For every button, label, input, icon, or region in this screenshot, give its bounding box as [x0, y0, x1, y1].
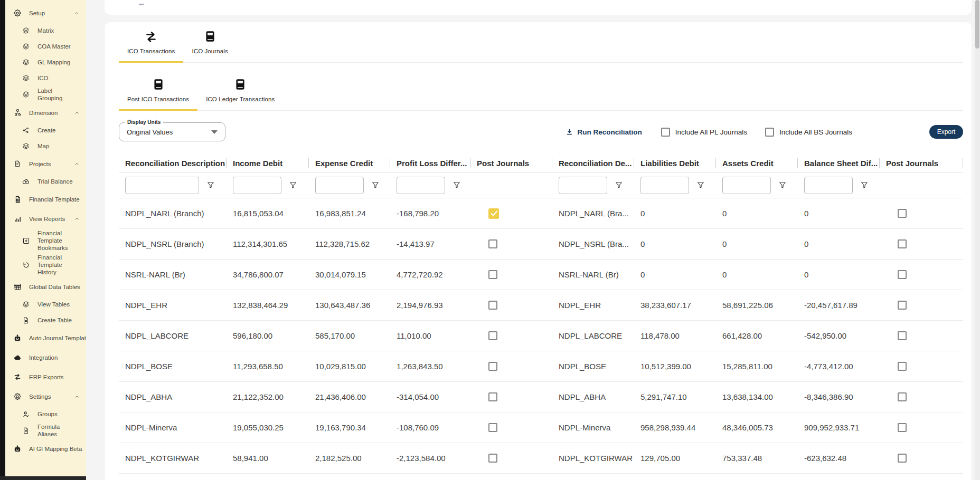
- sidebar-item-label-grouping[interactable]: Label Grouping: [5, 86, 86, 103]
- post-bs-journal-checkbox[interactable]: [898, 423, 907, 432]
- table-row-ndpl-minerva: NDPL-Minerva19,055,030.2519,163,790.34-1…: [119, 412, 963, 443]
- filter-funnel-icon[interactable]: [206, 181, 215, 189]
- filter-funnel-icon[interactable]: [860, 181, 869, 189]
- include-all-bs-journals-checkbox-group[interactable]: Include All BS Journals: [765, 128, 852, 137]
- post-bs-journal-checkbox[interactable]: [898, 331, 907, 340]
- column-header-balance-sheet-dif[interactable]: Balance Sheet Dif...: [798, 154, 880, 172]
- display-units-select[interactable]: Display Units Original Values: [119, 122, 225, 141]
- column-header-assets-credit[interactable]: Assets Credit: [716, 154, 798, 172]
- filter-funnel-icon[interactable]: [615, 181, 623, 189]
- sidebar-item-matrix[interactable]: Matrix: [5, 23, 86, 39]
- post-pl-journal-checkbox[interactable]: [488, 454, 497, 463]
- tab-ico-transactions[interactable]: ICO Transactions: [119, 26, 183, 63]
- include-all-pl-journals-checkbox-group[interactable]: Include All PL Journals: [661, 128, 747, 137]
- bar-chart-icon: [13, 215, 22, 223]
- filter-input-reconciliation-description[interactable]: [125, 177, 199, 194]
- sidebar-item-auto-journal-templates[interactable]: Auto Journal Templates: [5, 328, 86, 348]
- chevron-up-icon[interactable]: [74, 284, 80, 290]
- sidebar-item-dimension[interactable]: Dimension: [5, 103, 86, 122]
- sidebar-item-global-data-tables[interactable]: Global Data Tables: [5, 277, 86, 296]
- post-bs-journal-checkbox[interactable]: [898, 362, 907, 371]
- chevron-up-icon[interactable]: [74, 393, 80, 399]
- column-header-reconciliation-description[interactable]: Reconciliation Description: [119, 154, 227, 172]
- post-pl-journal-checkbox[interactable]: [488, 331, 497, 340]
- table-header-row: Reconciliation DescriptionIncome DebitEx…: [119, 154, 963, 172]
- filter-input-reconciliation-de[interactable]: [559, 177, 607, 194]
- column-header-income-debit[interactable]: Income Debit: [227, 154, 309, 172]
- filter-cell-reconciliation-description: [119, 172, 227, 198]
- sidebar-item-view-tables[interactable]: View Tables: [5, 296, 86, 312]
- filter-input-expense-credit[interactable]: [315, 177, 364, 194]
- post-pl-journal-checkbox[interactable]: [488, 270, 497, 279]
- sidebar-item-trial-balance[interactable]: Trial Balance: [5, 174, 86, 189]
- post-pl-journal-checkbox[interactable]: [488, 208, 499, 219]
- sidebar-item-map[interactable]: Map: [5, 138, 86, 154]
- cell-expense-credit: 130,643,487.36: [309, 290, 390, 320]
- sidebar-item-label: Label Grouping: [37, 87, 82, 102]
- column-header-post-journals[interactable]: Post Journals: [470, 154, 552, 172]
- filter-input-profit-loss-differ[interactable]: [397, 177, 445, 194]
- sidebar-item-view-reports[interactable]: View Reports: [5, 209, 86, 228]
- sidebar-item-projects[interactable]: Projects: [5, 154, 86, 174]
- export-button[interactable]: Export: [929, 125, 963, 139]
- sidebar-item-formula-aliases[interactable]: Formula Aliases: [5, 422, 86, 439]
- sidebar-item-coa-master[interactable]: COA Master: [5, 39, 86, 54]
- cell-expense-credit: 112,328,715.62: [309, 229, 390, 259]
- filter-input-liabilities-debit[interactable]: [640, 177, 689, 194]
- sidebar-item-financial-template-bookmarks[interactable]: Financial Template Bookmarks: [5, 228, 86, 253]
- include-all-pl-journals-checkbox[interactable]: [661, 128, 670, 137]
- cell-post-bs-journals: [880, 229, 963, 259]
- chevron-up-icon[interactable]: [74, 110, 80, 116]
- sidebar-item-financial-template[interactable]: Financial Template: [5, 189, 86, 209]
- post-pl-journal-checkbox[interactable]: [488, 239, 497, 248]
- filter-cell-income-debit: [227, 172, 309, 198]
- include-all-bs-journals-checkbox[interactable]: [765, 128, 774, 137]
- filter-input-balance-sheet-dif[interactable]: [804, 177, 853, 194]
- sidebar-item-create[interactable]: Create: [5, 122, 86, 138]
- sidebar-item-ico[interactable]: ICO: [5, 70, 86, 86]
- sidebar-item-financial-template-history[interactable]: Financial Template History: [5, 253, 86, 277]
- column-header-post-journals[interactable]: Post Journals: [880, 154, 963, 172]
- column-header-liabilities-debit[interactable]: Liabilities Debit: [634, 154, 716, 172]
- post-bs-journal-checkbox[interactable]: [898, 301, 907, 310]
- subtab-ico-ledger-transactions[interactable]: ICO Ledger Transactions: [197, 74, 283, 111]
- column-header-profit-loss-differ[interactable]: Profit Loss Differ...: [390, 154, 470, 172]
- sidebar-item-setup[interactable]: Setup: [5, 3, 86, 23]
- tab-ico-journals[interactable]: ICO Journals: [183, 26, 236, 63]
- chevron-up-icon[interactable]: [74, 216, 80, 222]
- post-bs-journal-checkbox[interactable]: [898, 454, 907, 463]
- chevron-up-icon[interactable]: [74, 161, 80, 167]
- sidebar-item-groups[interactable]: Groups: [5, 406, 86, 422]
- filter-funnel-icon[interactable]: [289, 181, 297, 189]
- post-bs-journal-checkbox[interactable]: [898, 209, 907, 218]
- cell-desc-bs: NDPL_EHR: [552, 290, 634, 320]
- filter-input-assets-credit[interactable]: [722, 177, 771, 194]
- vertical-scrollbar[interactable]: [975, 0, 980, 480]
- sidebar-item-erp-exports[interactable]: ERP Exports: [5, 367, 86, 387]
- filter-input-income-debit[interactable]: [233, 177, 281, 194]
- sidebar-item-gl-mapping[interactable]: GL Mapping: [5, 54, 86, 70]
- run-reconciliation-button[interactable]: Run Reconciliation: [566, 128, 642, 136]
- filter-funnel-icon[interactable]: [371, 181, 380, 189]
- post-pl-journal-checkbox[interactable]: [488, 301, 497, 310]
- post-bs-journal-checkbox[interactable]: [898, 392, 907, 401]
- cell-post-pl-journals: [470, 382, 552, 412]
- sidebar-item-integration[interactable]: Integration: [5, 348, 86, 367]
- cell-post-pl-journals: [470, 443, 552, 473]
- column-header-expense-credit[interactable]: Expense Credit: [309, 154, 390, 172]
- sidebar-item-settings[interactable]: Settings: [5, 387, 86, 406]
- sidebar-item-ai-gi-mapping-beta[interactable]: AI GI Mapping Beta: [5, 439, 86, 458]
- post-bs-journal-checkbox[interactable]: [898, 270, 907, 279]
- filter-funnel-icon[interactable]: [453, 181, 461, 189]
- chevron-up-icon[interactable]: [74, 10, 80, 16]
- post-pl-journal-checkbox[interactable]: [488, 392, 497, 401]
- post-bs-journal-checkbox[interactable]: [898, 239, 907, 248]
- sidebar-item-create-table[interactable]: Create Table: [5, 312, 86, 328]
- vertical-scrollbar-thumb[interactable]: [975, 0, 979, 49]
- post-pl-journal-checkbox[interactable]: [488, 362, 497, 371]
- column-header-reconciliation-de[interactable]: Reconciliation De...: [552, 154, 634, 172]
- post-pl-journal-checkbox[interactable]: [488, 423, 497, 432]
- filter-funnel-icon[interactable]: [778, 181, 787, 189]
- filter-funnel-icon[interactable]: [696, 181, 705, 189]
- subtab-post-ico-transactions[interactable]: Post ICO Transactions: [119, 74, 197, 111]
